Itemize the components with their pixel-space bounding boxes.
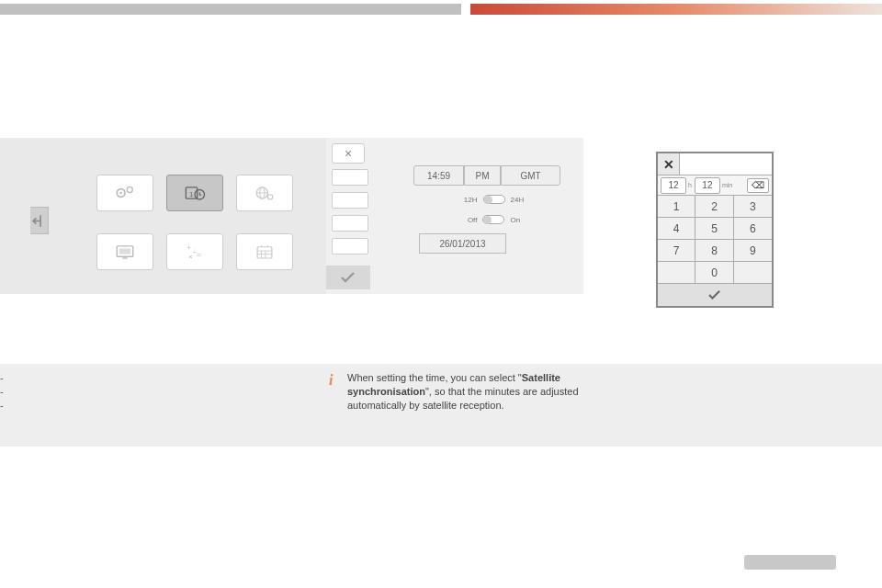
time-field[interactable]: 14:59 PM GMT [413, 165, 574, 186]
keypad-confirm-button[interactable] [658, 284, 772, 306]
keypad-display: 12 h 12 min ⌫ [658, 175, 772, 196]
side-option-4[interactable] [332, 238, 368, 254]
svg-text:1: 1 [189, 190, 193, 198]
header-bar-grey [0, 4, 461, 15]
key-3[interactable]: 3 [734, 196, 772, 218]
monitor-icon [112, 241, 138, 263]
format-12h-label: 12H [464, 196, 478, 204]
svg-point-2 [127, 187, 132, 192]
time-date-screen: × 14:59 PM GMT 12H 24H Off [326, 138, 583, 294]
sync-on-label: On [510, 216, 520, 224]
side-option-2[interactable] [332, 192, 368, 209]
info-icon: i [329, 372, 333, 389]
format-24h-label: 24H [511, 196, 525, 204]
date-value: 26/01/2013 [439, 239, 485, 249]
confirm-button[interactable] [326, 266, 370, 289]
calendar-icon [252, 241, 277, 263]
svg-text:÷: ÷ [192, 248, 197, 256]
check-icon [707, 289, 722, 300]
exit-button[interactable] [30, 207, 49, 234]
calendar-clock-icon: 1 [182, 182, 208, 204]
tile-screen[interactable] [96, 233, 153, 270]
exit-icon [30, 212, 48, 230]
keypad-close-button[interactable]: ✕ [658, 153, 680, 175]
header-bar-orange [470, 4, 882, 15]
page-footer-tab [744, 555, 836, 570]
svg-rect-10 [119, 249, 130, 254]
close-icon: ✕ [663, 157, 674, 172]
tile-system-settings[interactable] [96, 175, 153, 211]
key-9[interactable]: 9 [734, 240, 772, 262]
time-zone: GMT [501, 165, 560, 186]
svg-point-1 [119, 192, 122, 195]
backspace-icon: ⌫ [752, 180, 764, 190]
minutes-unit: min [722, 182, 732, 188]
svg-text:=: = [197, 251, 201, 259]
tile-calendar[interactable] [236, 233, 293, 270]
time-ampm: PM [464, 165, 501, 186]
svg-rect-16 [257, 247, 272, 258]
step-text-clipped: - - - [0, 371, 6, 413]
section-header-bar [0, 4, 882, 15]
sync-off-label: Off [468, 216, 478, 224]
time-format-toggle[interactable]: 12H 24H [413, 193, 574, 206]
side-option-1[interactable] [332, 169, 368, 186]
key-blank-left [658, 262, 695, 284]
key-blank-right [734, 262, 772, 284]
key-7[interactable]: 7 [658, 240, 695, 262]
sync-toggle[interactable]: Off On [413, 213, 574, 226]
key-8[interactable]: 8 [695, 240, 733, 262]
key-5[interactable]: 5 [695, 218, 733, 240]
tile-languages[interactable] [236, 175, 293, 211]
keypad-hours[interactable]: 12 [661, 177, 686, 194]
side-option-3[interactable] [332, 215, 368, 232]
info-note: When setting the time, you can select "S… [347, 371, 595, 413]
key-0[interactable]: 0 [695, 262, 733, 284]
close-button[interactable]: × [332, 143, 365, 164]
svg-point-8 [268, 195, 273, 199]
close-icon: × [345, 146, 352, 161]
gears-icon [112, 182, 138, 204]
keypad-backspace[interactable]: ⌫ [747, 178, 769, 193]
key-1[interactable]: 1 [658, 196, 695, 218]
math-icon: +·×=÷ [182, 241, 208, 263]
date-field[interactable]: 26/01/2013 [419, 233, 506, 254]
key-2[interactable]: 2 [695, 196, 733, 218]
tile-time-date[interactable]: 1 [166, 175, 223, 211]
hours-unit: h [688, 182, 692, 188]
svg-text:+: + [187, 243, 191, 252]
keypad-minutes[interactable]: 12 [695, 177, 720, 194]
tile-units[interactable]: +·×=÷ [166, 233, 223, 270]
settings-menu-screen: 1 +·×=÷ [0, 138, 326, 294]
globe-gear-icon [252, 182, 277, 204]
keypad-screen: ✕ 12 h 12 min ⌫ 1 2 3 4 5 6 7 8 9 0 [656, 152, 774, 308]
check-icon [340, 271, 356, 284]
key-4[interactable]: 4 [658, 218, 695, 240]
time-value: 14:59 [413, 165, 464, 186]
key-6[interactable]: 6 [734, 218, 772, 240]
